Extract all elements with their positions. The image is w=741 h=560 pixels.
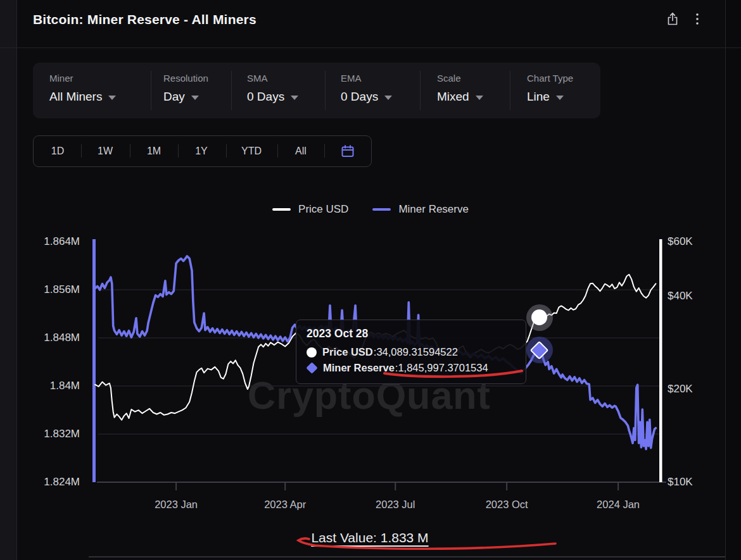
y-axis-left-tick-label: 1.84M: [50, 380, 80, 392]
x-axis-tick-label: 2023 Oct: [486, 499, 528, 511]
y-axis-left-tick-label: 1.864M: [44, 235, 80, 248]
tooltip-value: 34,089.31594522: [376, 344, 457, 360]
tooltip-row-reserve: Miner Reserve: 1,845,997.3701534: [307, 360, 516, 376]
tooltip-row-price: Price USD: 34,089.31594522: [307, 344, 516, 360]
x-axis-tick-label: 2024 Jan: [597, 499, 640, 511]
y-axis-left-tick-label: 1.848M: [44, 332, 80, 344]
x-axis-tick-label: 2023 Apr: [264, 499, 306, 511]
y-axis-right-tick-label: $40K: [668, 290, 693, 302]
chart-canvas[interactable]: [0, 0, 741, 560]
y-axis-right-tick-label: $10K: [668, 476, 693, 488]
last-value-caption: Last Value: 1.833 M: [311, 530, 428, 545]
diamond-bullet-icon: [306, 362, 317, 373]
y-axis-right-tick-label: $20K: [668, 383, 693, 395]
y-axis-left-tick-label: 1.856M: [44, 283, 80, 296]
x-axis-tick-label: 2023 Jan: [155, 499, 198, 511]
y-axis-left-tick-label: 1.824M: [44, 476, 80, 488]
y-axis-left-tick-label: 1.832M: [44, 428, 80, 440]
circle-bullet-icon: [307, 347, 317, 358]
page-root: Bitcoin: Miner Reserve - All Miners Mine…: [0, 0, 741, 560]
chart-tooltip: 2023 Oct 28 Price USD: 34,089.31594522 M…: [296, 320, 526, 384]
tooltip-date: 2023 Oct 28: [307, 327, 516, 340]
y-axis-right-tick-label: $60K: [668, 235, 693, 248]
tooltip-label: Price USD: [322, 344, 373, 360]
divider: [89, 556, 725, 557]
x-axis-tick-label: 2023 Jul: [376, 499, 415, 511]
tooltip-value: 1,845,997.3701534: [398, 360, 488, 376]
tooltip-label: Miner Reserve: [323, 360, 395, 376]
